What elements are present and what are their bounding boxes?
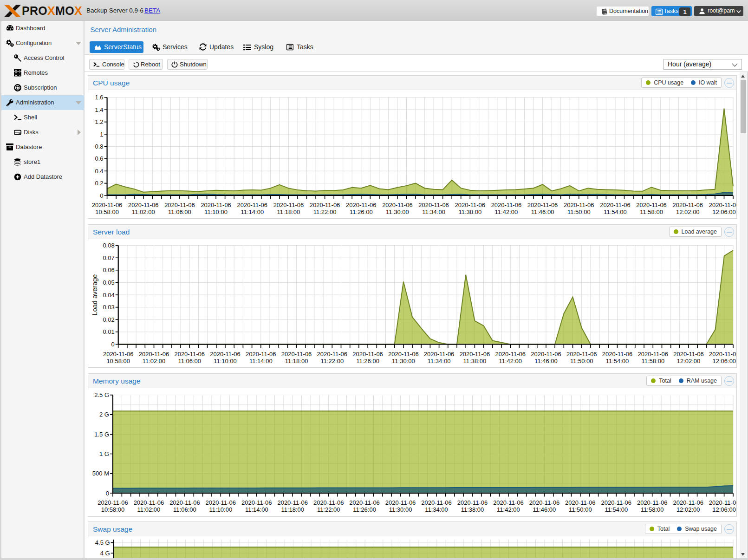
svg-text:2020-11-06: 2020-11-06: [709, 202, 736, 208]
svg-text:11:02:00: 11:02:00: [143, 358, 166, 365]
svg-text:2020-11-06: 2020-11-06: [237, 202, 268, 208]
svg-text:2020-11-06: 2020-11-06: [92, 202, 123, 208]
svg-text:12:06:00: 12:06:00: [712, 358, 736, 365]
svg-text:4 G: 4 G: [100, 550, 110, 557]
svg-text:2020-11-06: 2020-11-06: [527, 202, 558, 208]
svg-text:11:10:00: 11:10:00: [209, 506, 232, 513]
svg-text:2020-11-06: 2020-11-06: [424, 351, 455, 358]
svg-text:2 G: 2 G: [99, 411, 109, 418]
svg-text:2020-11-06: 2020-11-06: [457, 499, 488, 506]
svg-text:11:10:00: 11:10:00: [214, 358, 237, 365]
svg-text:10:58:00: 10:58:00: [106, 358, 130, 365]
svg-text:1.6: 1.6: [95, 94, 104, 101]
svg-text:11:34:00: 11:34:00: [428, 358, 451, 365]
svg-text:11:42:00: 11:42:00: [495, 208, 518, 215]
svg-text:2020-11-06: 2020-11-06: [210, 351, 241, 358]
svg-text:11:50:00: 11:50:00: [567, 208, 591, 215]
svg-text:2020-11-06: 2020-11-06: [385, 499, 416, 506]
svg-text:11:02:00: 11:02:00: [132, 208, 155, 215]
svg-text:2020-11-06: 2020-11-06: [388, 351, 419, 358]
svg-text:2020-11-06: 2020-11-06: [241, 499, 272, 506]
svg-text:11:06:00: 11:06:00: [168, 208, 191, 215]
svg-text:2020-11-06: 2020-11-06: [673, 499, 703, 506]
svg-text:2020-11-06: 2020-11-06: [310, 202, 340, 208]
svg-text:11:42:00: 11:42:00: [497, 506, 520, 513]
svg-text:11:50:00: 11:50:00: [569, 506, 592, 513]
svg-text:0.2: 0.2: [95, 180, 104, 187]
svg-text:11:46:00: 11:46:00: [533, 506, 556, 513]
svg-text:2020-11-06: 2020-11-06: [601, 499, 632, 506]
svg-text:2020-11-06: 2020-11-06: [529, 499, 560, 506]
svg-text:0.02: 0.02: [103, 316, 114, 323]
svg-text:11:06:00: 11:06:00: [178, 358, 201, 365]
svg-text:2020-11-06: 2020-11-06: [128, 202, 159, 208]
svg-text:1.5 G: 1.5 G: [94, 431, 109, 438]
svg-text:11:30:00: 11:30:00: [392, 358, 415, 365]
svg-text:11:54:00: 11:54:00: [605, 506, 628, 513]
svg-text:11:38:00: 11:38:00: [458, 208, 481, 215]
svg-text:2020-11-06: 2020-11-06: [169, 499, 200, 506]
svg-text:10:58:00: 10:58:00: [95, 208, 119, 215]
svg-text:2020-11-06: 2020-11-06: [418, 202, 449, 208]
svg-text:11:18:00: 11:18:00: [277, 208, 300, 215]
svg-text:2020-11-06: 2020-11-06: [317, 351, 348, 358]
svg-text:11:38:00: 11:38:00: [461, 506, 484, 513]
svg-text:11:58:00: 11:58:00: [641, 358, 664, 365]
svg-text:2020-11-06: 2020-11-06: [134, 499, 164, 506]
svg-text:0.05: 0.05: [103, 279, 114, 286]
svg-text:2020-11-06: 2020-11-06: [98, 499, 128, 506]
svg-text:2020-11-06: 2020-11-06: [201, 202, 231, 208]
svg-text:2020-11-06: 2020-11-06: [206, 499, 236, 506]
svg-text:11:02:00: 11:02:00: [137, 506, 161, 513]
svg-text:11:26:00: 11:26:00: [350, 208, 373, 215]
svg-text:11:58:00: 11:58:00: [640, 208, 663, 215]
svg-text:1.2: 1.2: [95, 118, 104, 125]
svg-text:2020-11-06: 2020-11-06: [352, 351, 383, 358]
svg-text:12:02:00: 12:02:00: [676, 208, 700, 215]
svg-text:11:46:00: 11:46:00: [534, 358, 558, 365]
svg-text:0.01: 0.01: [103, 328, 114, 335]
svg-text:2020-11-06: 2020-11-06: [246, 351, 276, 358]
svg-text:2020-11-06: 2020-11-06: [174, 351, 205, 358]
svg-text:2020-11-06: 2020-11-06: [564, 202, 594, 208]
svg-text:11:22:00: 11:22:00: [313, 208, 337, 215]
svg-text:11:58:00: 11:58:00: [641, 506, 664, 513]
svg-text:11:42:00: 11:42:00: [499, 358, 522, 365]
svg-text:11:26:00: 11:26:00: [353, 506, 376, 513]
svg-text:2020-11-06: 2020-11-06: [346, 202, 377, 208]
svg-text:11:54:00: 11:54:00: [604, 208, 627, 215]
svg-text:0.08: 0.08: [103, 242, 114, 249]
svg-text:2020-11-06: 2020-11-06: [495, 351, 526, 358]
svg-text:11:50:00: 11:50:00: [570, 358, 593, 365]
svg-text:2020-11-06: 2020-11-06: [565, 499, 596, 506]
svg-text:11:18:00: 11:18:00: [285, 358, 308, 365]
svg-text:0.6: 0.6: [95, 155, 104, 162]
svg-text:2020-11-06: 2020-11-06: [673, 202, 703, 208]
svg-text:2.5 G: 2.5 G: [94, 391, 109, 398]
svg-text:2020-11-06: 2020-11-06: [637, 499, 668, 506]
svg-text:11:46:00: 11:46:00: [531, 208, 554, 215]
svg-text:2020-11-06: 2020-11-06: [566, 351, 597, 358]
svg-text:11:22:00: 11:22:00: [320, 358, 344, 365]
svg-text:0: 0: [100, 192, 103, 199]
svg-text:2020-11-06: 2020-11-06: [709, 351, 736, 358]
svg-text:11:30:00: 11:30:00: [386, 208, 409, 215]
svg-text:2020-11-06: 2020-11-06: [349, 499, 380, 506]
svg-text:2020-11-06: 2020-11-06: [493, 499, 524, 506]
svg-text:2020-11-06: 2020-11-06: [673, 351, 704, 358]
svg-text:0: 0: [111, 341, 114, 348]
svg-text:11:34:00: 11:34:00: [422, 208, 445, 215]
svg-text:Load average: Load average: [91, 274, 98, 316]
svg-text:2020-11-06: 2020-11-06: [139, 351, 169, 358]
svg-text:2020-11-06: 2020-11-06: [638, 351, 669, 358]
svg-text:0.03: 0.03: [103, 304, 114, 311]
svg-text:2020-11-06: 2020-11-06: [531, 351, 561, 358]
svg-text:4.5 G: 4.5 G: [95, 539, 110, 546]
svg-text:2020-11-06: 2020-11-06: [273, 202, 304, 208]
svg-text:11:54:00: 11:54:00: [606, 358, 629, 365]
svg-text:10:58:00: 10:58:00: [101, 506, 125, 513]
svg-text:11:38:00: 11:38:00: [463, 358, 487, 365]
svg-text:1 G: 1 G: [99, 450, 109, 457]
svg-text:11:18:00: 11:18:00: [281, 506, 304, 513]
svg-text:2020-11-06: 2020-11-06: [709, 499, 736, 506]
